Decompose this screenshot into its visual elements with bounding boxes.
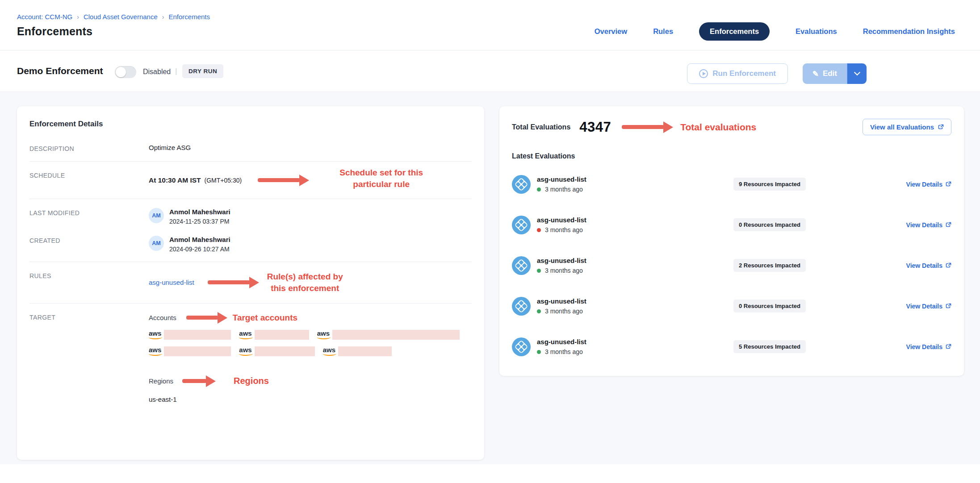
resources-impacted-badge: 0 Resources Impacted [733,218,806,231]
edit-label: Edit [823,69,837,78]
divider: | [175,67,177,76]
breadcrumb-enforcements-link[interactable]: Enforcements [168,13,210,21]
view-details-link[interactable]: View Details [906,303,951,310]
redacted-account-id [164,330,231,340]
evaluation-row: asg-unused-list 3 months ago 9 Resources… [512,164,951,204]
schedule-label: SCHEDULE [29,171,149,179]
annotation-arrow [208,277,259,288]
edit-split-button[interactable]: ✎ Edit [803,63,867,84]
edit-button[interactable]: ✎ Edit [803,63,847,84]
tab-enforcements[interactable]: Enforcements [699,22,770,41]
evaluation-time: 3 months ago [545,226,583,233]
aws-logo-icon: aws [323,346,335,356]
view-details-link[interactable]: View Details [906,343,951,350]
evaluation-rule-name: asg-unused-list [537,297,586,305]
rules-row: RULES asg-unused-list Rule(s) affected b… [29,262,472,303]
accounts-annotation: Target accounts [233,313,297,323]
target-accounts-row: aws aws aws [149,346,472,356]
edit-dropdown-button[interactable] [847,63,867,84]
aws-logo-icon: aws [239,330,251,339]
description-value: Optimize ASG [149,144,472,151]
redacted-account-id [255,330,309,340]
target-accounts-row: aws aws aws [149,330,472,340]
resources-impacted-badge: 2 Resources Impacted [733,259,806,272]
evaluation-row: asg-unused-list 3 months ago 0 Resources… [512,286,951,326]
details-card-title: Enforcement Details [29,120,472,129]
rules-annotation: Rule(s) affected by this enforcement [267,271,343,294]
description-row: DESCRIPTION Optimize ASG [29,135,472,161]
tab-rules[interactable]: Rules [653,27,673,36]
view-details-link[interactable]: View Details [906,221,951,229]
aws-logo-icon: aws [239,346,251,356]
redacted-account-id [338,346,392,356]
aws-account-item: aws [317,330,460,340]
annotation-arrow [186,312,227,323]
target-label: TARGET [29,312,149,321]
view-all-label: View all Evaluations [870,123,934,131]
breadcrumb-governance-link[interactable]: Cloud Asset Governance [84,13,158,21]
enforcement-detail-page: Account: CCM-NG › Cloud Asset Governance… [0,0,980,483]
enforcement-details-card: Enforcement Details DESCRIPTION Optimize… [17,106,484,460]
tab-recommendation-insights[interactable]: Recommendation Insights [863,27,955,36]
external-link-icon [946,303,951,309]
breadcrumb-separator: › [77,13,79,21]
tab-evaluations[interactable]: Evaluations [796,27,837,36]
evaluation-rule-name: asg-unused-list [537,175,586,183]
run-enforcement-label: Run Enforcement [712,69,776,78]
aws-account-item: aws [239,330,309,340]
breadcrumb-separator: › [162,13,164,21]
nav-tabs: Overview Rules Enforcements Evaluations … [595,22,955,41]
evaluation-time: 3 months ago [545,308,583,315]
content-area: Enforcement Details DESCRIPTION Optimize… [0,92,980,464]
tab-overview[interactable]: Overview [595,27,627,36]
evaluations-card: Total Evaluations 4347 Total evaluations… [499,106,964,376]
aws-logo-icon: aws [149,346,161,356]
accounts-label: Accounts [149,314,176,321]
enforcement-toolbar: Demo Enforcement Disabled | DRY RUN Dry … [0,51,980,92]
enable-toggle[interactable] [115,66,136,78]
redacted-account-id [332,330,460,340]
created-row: CREATED AM Anmol Maheshwari 2024-09-26 1… [29,230,472,262]
created-label: CREATED [29,236,149,244]
external-link-icon [938,124,944,130]
rule-link[interactable]: asg-unused-list [149,279,194,286]
asg-rule-icon [512,337,531,356]
latest-evaluations-label: Latest Evaluations [512,152,951,160]
aws-account-item: aws [239,346,314,356]
view-details-link[interactable]: View Details [906,262,951,269]
breadcrumb-account-link[interactable]: Account: CCM-NG [17,13,72,21]
toggle-state-label: Disabled [143,68,171,76]
created-user: Anmol Maheshwari [169,236,230,243]
evaluation-time: 3 months ago [545,186,583,193]
aws-logo-icon: aws [149,330,161,339]
view-all-evaluations-button[interactable]: View all Evaluations [863,119,951,135]
dry-run-badge: DRY RUN [182,64,223,78]
chevron-down-icon [854,69,860,75]
external-link-icon [946,344,951,350]
view-details-link[interactable]: View Details [906,181,951,188]
status-dot [537,269,541,273]
page-header: Account: CCM-NG › Cloud Asset Governance… [0,0,980,50]
annotation-arrow [258,175,309,186]
last-modified-date: 2024-11-25 03:37 PM [169,218,230,225]
schedule-value: At 10:30 AM IST [149,176,201,184]
total-evaluations-annotation: Total evaluations [680,122,756,133]
redacted-account-id [255,346,315,356]
run-enforcement-button[interactable]: Run Enforcement [687,63,788,84]
breadcrumb: Account: CCM-NG › Cloud Asset Governance… [17,13,210,21]
asg-rule-icon [512,175,531,194]
redacted-account-id [164,346,231,356]
pencil-icon: ✎ [812,69,819,79]
evaluation-time: 3 months ago [545,348,583,355]
total-evaluations-label: Total Evaluations [512,123,570,131]
resources-impacted-badge: 0 Resources Impacted [733,300,806,312]
status-dot [537,309,541,313]
regions-label: Regions [149,377,173,385]
annotation-arrow [622,122,673,133]
last-modified-user: Anmol Maheshwari [169,208,230,216]
region-value: us-east-1 [149,396,472,403]
aws-account-item: aws [323,346,392,356]
external-link-icon [946,262,951,268]
evaluation-time: 3 months ago [545,267,583,274]
schedule-timezone: (GMT+05:30) [205,177,242,184]
